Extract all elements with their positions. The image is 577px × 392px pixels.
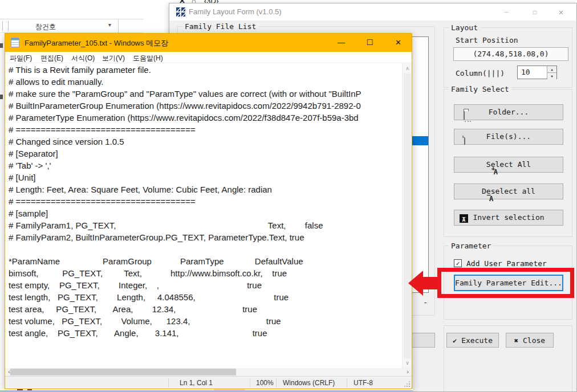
toolbar-divider [8,21,9,31]
horizontal-scroll-thumb[interactable] [10,369,236,375]
folder-button[interactable]: Folder... [454,104,563,120]
file-count-text: - [423,298,428,307]
minimize-icon[interactable]: — [493,3,519,21]
scroll-right-icon[interactable]: › [404,368,412,376]
notepad-window: FamilyParameter_105.txt - Windows 메모장 — … [5,33,412,389]
status-divider [250,378,250,387]
family-file-list-label: Family File List [182,22,258,31]
add-user-parameter-checkbox[interactable]: ✓ [454,259,462,267]
background-window-fragment [0,43,3,48]
maximize-icon[interactable]: ☐ [356,34,383,52]
checkmark-icon: ✔ [453,337,457,345]
layout-group-label: Layout [449,23,480,32]
notepad-titlebar: FamilyParameter_105.txt - Windows 메모장 — … [5,34,412,52]
scroll-up-icon[interactable]: ∧ [403,66,412,71]
spinner-up-icon[interactable]: ▲ [547,66,556,73]
vertical-scrollbar[interactable]: ∧ ∨ [402,63,412,368]
notepad-text[interactable]: # This is a Revit family parameter file.… [9,64,361,339]
spinner-down-icon[interactable]: ▼ [547,73,556,79]
screen: ✕ ⌂ {3D} 창건호 ▾ Family Layout Form (v1.0.… [0,0,577,392]
files-button[interactable]: File(s)... [454,129,563,145]
folder-icon [460,108,469,117]
maximize-icon[interactable]: ◻ [522,3,548,21]
layout-group: Layout Start Position (274.48,518.08,0) … [444,27,572,88]
form-titlebar: Family Layout Form (v1.0.5) — ◻ ✕ [169,3,576,21]
line-ending-status: Windows (CRLF) [283,379,335,387]
close-icon[interactable]: ✕ [548,3,574,21]
menu-edit[interactable]: 편집(E) [40,54,63,63]
status-divider [168,378,169,387]
chevron-down-icon[interactable]: ▾ [108,22,111,28]
revit-toolbar-fragment: 창건호 ▾ [0,19,144,33]
x-icon: ✖ [514,337,518,345]
column-value[interactable]: 10 [521,68,530,76]
annotation-arrow-icon [408,271,438,296]
execute-button[interactable]: ✔Execute [446,333,499,348]
menu-help[interactable]: 도움말(H) [133,54,163,63]
menu-format[interactable]: 서식(O) [71,54,95,63]
menu-file[interactable]: 파일(F) [10,54,32,63]
invert-selection-button-label: Invert selection [473,213,544,222]
start-position-label: Start Position [456,36,518,44]
notepad-menubar: 파일(F) 편집(E) 서식(O) 보기(V) 도움말(H) [5,52,412,63]
status-divider [347,378,347,387]
notepad-text-area[interactable]: # This is a Revit family parameter file.… [5,63,403,368]
select-all-button[interactable]: +A Select All [454,157,563,173]
toolbar-dropdown-label: 창건호 [35,22,56,32]
family-select-group: Family Select Folder... File(s)... +A Se… [444,89,572,237]
horizontal-scrollbar[interactable]: ‹ › [5,368,412,376]
form-window-title: Family Layout Form (v1.0.5) [189,7,282,16]
app-icon [176,7,185,17]
folder-button-label: Folder... [489,108,529,116]
zoom-level-status: 100% [256,379,274,387]
vertical-scroll-thumb[interactable] [404,74,411,358]
deselect-all-button[interactable]: –A Deselect all [454,183,563,199]
notepad-statusbar: Ln 1, Col 1 100% Windows (CRLF) UTF-8 [5,376,412,389]
execute-button-label: Execute [461,336,493,345]
start-position-field[interactable]: (274.48,518.08,0) [453,47,568,61]
notepad-icon [11,38,19,47]
parameter-group-label: Parameter [449,242,493,250]
toolbar-divider [118,19,119,34]
notepad-window-title: FamilyParameter_105.txt - Windows 메모장 [25,38,168,48]
cursor-position-status: Ln 1, Col 1 [180,379,213,387]
minimize-icon[interactable]: — [328,34,355,52]
invert-selection-button[interactable]: –A Invert selection [454,210,563,226]
invert-selection-icon: –A [460,214,469,223]
background-window-fragment [0,95,3,99]
file-icon [460,133,469,142]
column-stepper[interactable]: 10 ▲ ▼ [517,66,557,79]
add-user-parameter-label: Add User Parameter [466,259,547,268]
status-divider [276,378,277,387]
column-label: Column(|||) [456,69,505,77]
toolbar-divider [2,21,3,31]
resize-grip[interactable] [409,386,410,387]
close-button-label: Close [523,336,545,345]
annotation-highlight-rectangle [437,268,574,298]
encoding-status: UTF-8 [353,379,373,387]
scroll-down-icon[interactable]: ∨ [403,360,412,366]
menu-view[interactable]: 보기(V) [102,54,125,63]
files-button-label: File(s)... [486,132,531,141]
close-icon[interactable]: ✕ [385,34,412,52]
close-button[interactable]: ✖Close [506,333,554,348]
family-select-group-label: Family Select [449,85,511,93]
